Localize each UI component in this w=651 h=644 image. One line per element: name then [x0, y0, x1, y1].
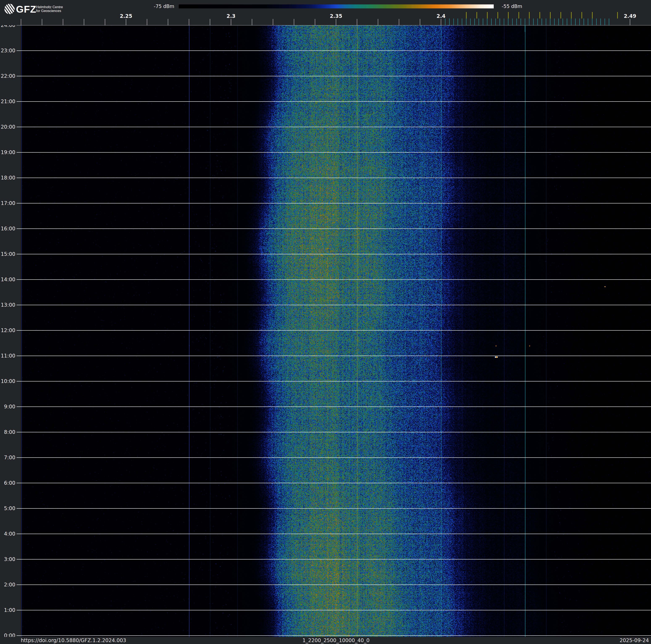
ble-channel-tick	[563, 19, 563, 25]
freq-tick	[399, 19, 399, 25]
hour-gridline	[17, 508, 651, 509]
freq-tick	[84, 19, 84, 25]
freq-tick	[63, 19, 63, 25]
ble-channel-tick	[600, 19, 601, 25]
freq-tick	[21, 19, 21, 25]
hour-gridline	[17, 152, 651, 153]
ble-channel-tick	[521, 19, 521, 25]
freq-tick	[105, 19, 105, 25]
hour-gridline	[17, 330, 651, 331]
ble-channel-tick	[537, 19, 538, 25]
hour-gridline	[17, 279, 651, 280]
ble-channel-tick	[584, 19, 584, 25]
hour-gridline	[17, 610, 651, 610]
hour-gridline	[17, 407, 651, 407]
freq-tick	[210, 19, 210, 25]
hour-gridline	[17, 457, 651, 458]
time-label: 15:00	[0, 251, 15, 257]
wifi-channel-tick	[592, 12, 593, 19]
wifi-channel-tick	[617, 12, 618, 19]
time-label: 21:00	[0, 98, 15, 105]
ble-channel-tick	[604, 19, 605, 25]
ble-channel-tick	[508, 19, 508, 25]
ble-channel-tick	[474, 19, 475, 25]
freq-tick-label: 2.35	[321, 13, 351, 19]
header-bar: GFZ Helmholtz Centre for Geosciences -75…	[0, 0, 651, 25]
time-label: 14:00	[0, 276, 15, 283]
wifi-channel-tick	[571, 12, 571, 19]
time-label: 22:00	[0, 73, 15, 79]
wifi-channel-tick	[487, 12, 488, 19]
wifi-channel-tick	[560, 12, 561, 19]
freq-tick	[252, 19, 252, 25]
hour-gridline	[17, 254, 651, 254]
freq-tick	[378, 19, 378, 25]
ble-channel-tick	[579, 19, 580, 25]
ble-channel-tick	[517, 19, 517, 25]
time-label: 11:00	[0, 353, 15, 359]
ble-channel-tick	[466, 19, 466, 25]
hour-gridline	[17, 229, 651, 229]
org-line2: for Geosciences	[36, 9, 61, 12]
ble-channel-tick	[554, 19, 555, 25]
ble-channel-tick	[500, 19, 500, 25]
time-label: 17:00	[0, 200, 15, 206]
hour-gridline	[17, 203, 651, 203]
ble-channel-tick	[458, 19, 458, 25]
hour-gridline	[17, 381, 651, 381]
ble-channel-tick	[575, 19, 576, 25]
ble-channel-tick	[533, 19, 534, 25]
time-label: 19:00	[0, 149, 15, 155]
freq-tick	[147, 19, 147, 25]
freq-tick	[336, 19, 336, 25]
ble-channel-tick	[454, 19, 454, 25]
freq-tick-label: 2.25	[111, 13, 141, 19]
time-label: 16:00	[0, 226, 15, 232]
spectrogram-canvas	[21, 25, 651, 637]
hour-gridline	[17, 432, 651, 432]
hour-gridline	[17, 356, 651, 356]
gfz-org-name: Helmholtz Centre for Geosciences	[36, 5, 63, 12]
gfz-logo-text: GFZ	[16, 3, 36, 15]
time-label: 10:00	[0, 378, 15, 384]
wifi-channel-tick	[476, 12, 477, 19]
freq-tick	[273, 19, 273, 25]
hour-gridline	[17, 559, 651, 559]
freq-tick	[189, 19, 189, 25]
ble-channel-tick	[491, 19, 492, 25]
colorbar-min-label: -75 dBm	[126, 4, 174, 9]
time-label: 9:00	[0, 404, 15, 410]
freq-tick	[630, 19, 630, 25]
ble-channel-tick	[529, 19, 529, 25]
ble-channel-tick	[550, 19, 550, 25]
time-label: 5:00	[0, 505, 15, 511]
freq-tick	[168, 19, 168, 25]
time-label: 20:00	[0, 124, 15, 130]
freq-tick	[420, 19, 420, 25]
time-label: 3:00	[0, 556, 15, 562]
ble-channel-tick	[609, 19, 609, 25]
freq-tick-label: 2.3	[216, 13, 246, 19]
hour-gridline	[17, 76, 651, 76]
ble-channel-tick	[478, 19, 479, 25]
wifi-channel-tick	[529, 12, 530, 19]
footer-bar: https://doi.org/10.5880/GFZ.1.2.2024.003…	[0, 637, 651, 644]
ble-channel-tick	[495, 19, 496, 25]
freq-tick	[231, 19, 231, 25]
ble-channel-tick	[449, 19, 450, 25]
colorbar-max-label: -55 dBm	[502, 4, 550, 9]
colorbar-gradient	[179, 4, 494, 8]
hour-gridline	[17, 51, 651, 51]
ble-channel-tick	[558, 19, 559, 25]
freq-tick	[357, 19, 357, 25]
freq-tick-label: 2.49	[615, 13, 645, 19]
time-label: 13:00	[0, 302, 15, 308]
spectrogram-page: GFZ Helmholtz Centre for Geosciences -75…	[0, 0, 651, 644]
time-label: 12:00	[0, 327, 15, 333]
time-label: 18:00	[0, 175, 15, 181]
ble-channel-tick	[567, 19, 567, 25]
hour-gridline	[17, 534, 651, 534]
hour-gridline	[17, 483, 651, 483]
ble-channel-tick	[462, 19, 462, 25]
time-label: 8:00	[0, 429, 15, 435]
